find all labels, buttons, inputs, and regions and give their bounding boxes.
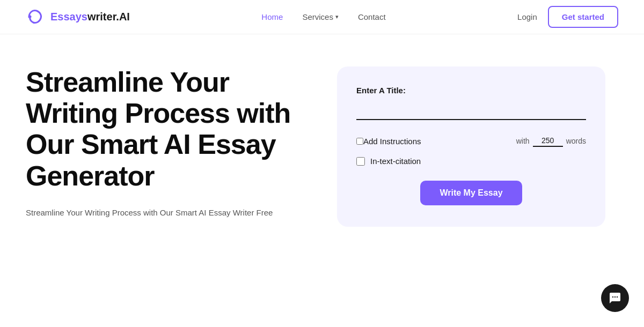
logo-icon (26, 8, 45, 27)
main-content: Streamline Your Writing Process with Our… (0, 34, 644, 227)
svg-point-0 (29, 15, 32, 18)
hero-section: Streamline Your Writing Process with Our… (26, 66, 305, 219)
svg-point-3 (617, 296, 618, 298)
add-instructions-left: Add Instructions (356, 137, 421, 146)
words-section: with words (516, 135, 586, 147)
logo[interactable]: Essayswriter.AI (26, 8, 130, 27)
with-label: with (516, 137, 530, 145)
words-label: words (566, 137, 586, 145)
logo-text: Essayswriter.AI (50, 11, 130, 23)
nav-contact[interactable]: Contact (358, 12, 386, 21)
nav-right: Login Get started (517, 6, 618, 28)
in-text-citation-label: In-text-citation (370, 157, 421, 166)
title-label: Enter A Title: (356, 86, 586, 95)
add-instructions-checkbox[interactable] (356, 138, 363, 145)
essay-form-card: Enter A Title: Add Instructions with wor… (337, 66, 605, 227)
hero-subtitle: Streamline Your Writing Process with Our… (26, 206, 305, 219)
nav-links: Home Services ▾ Contact (261, 12, 385, 21)
words-input[interactable] (533, 135, 563, 147)
chevron-down-icon: ▾ (335, 13, 339, 20)
get-started-button[interactable]: Get started (548, 6, 618, 28)
nav-home[interactable]: Home (261, 12, 283, 21)
chat-bubble[interactable] (601, 284, 629, 312)
write-essay-button[interactable]: Write My Essay (420, 181, 522, 205)
svg-point-1 (612, 296, 613, 298)
add-instructions-row: Add Instructions with words (356, 135, 586, 147)
nav-services[interactable]: Services ▾ (302, 12, 339, 21)
navbar: Essayswriter.AI Home Services ▾ Contact … (0, 0, 644, 34)
nav-login[interactable]: Login (517, 12, 537, 21)
svg-point-2 (614, 296, 616, 298)
add-instructions-label: Add Instructions (363, 137, 421, 146)
in-text-citation-checkbox[interactable] (356, 157, 365, 166)
title-input[interactable] (356, 103, 586, 120)
in-text-citation-row: In-text-citation (356, 157, 586, 166)
chat-icon (609, 292, 621, 304)
hero-title: Streamline Your Writing Process with Our… (26, 66, 305, 191)
